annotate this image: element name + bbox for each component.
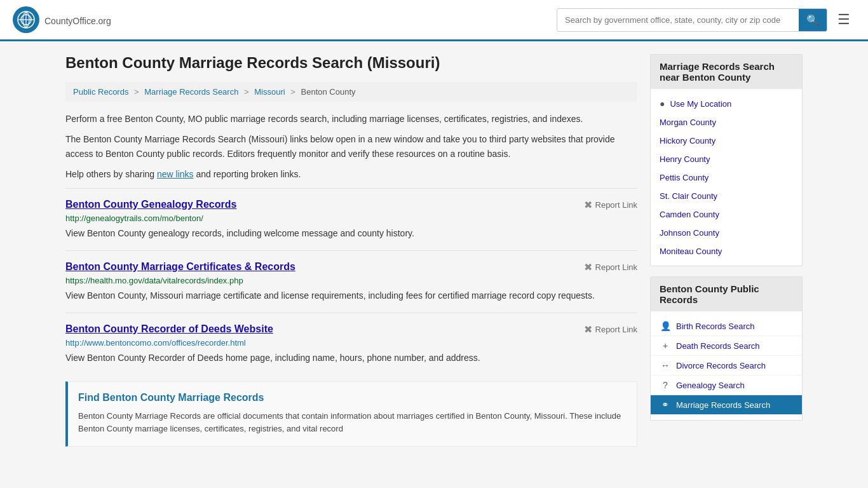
sidebar-item-camden[interactable]: Camden County [651,205,802,224]
search-input[interactable] [557,10,799,30]
report-icon-0: ✖ [584,199,592,211]
use-location-link[interactable]: Use My Location [670,99,731,109]
nearby-section-title: Marriage Records Search near Benton Coun… [651,55,802,89]
search-box: 🔍 [557,8,827,32]
logo-text: CountyOffice.org [44,13,111,27]
record-desc-0: View Benton County genealogy records, in… [65,227,637,240]
report-icon-2: ✖ [584,323,592,336]
breadcrumb-marriage-records-search[interactable]: Marriage Records Search [144,87,238,97]
pub-rec-divorce[interactable]: ↔ Divorce Records Search [651,356,802,376]
marriage-icon: ⚭ [660,400,671,410]
report-icon-1: ✖ [584,261,592,273]
report-link-2[interactable]: ✖ Report Link [584,323,637,336]
pub-rec-marriage[interactable]: ⚭ Marriage Records Search [651,395,802,415]
genealogy-icon: ? [660,380,671,390]
record-title-2[interactable]: Benton County Recorder of Deeds Website [65,323,273,335]
sidebar-item-morgan[interactable]: Morgan County [651,113,802,132]
pub-rec-birth[interactable]: 👤 Birth Records Search [651,316,802,336]
sidebar-item-hickory[interactable]: Hickory County [651,132,802,150]
pub-rec-death[interactable]: + Death Records Search [651,336,802,356]
search-button[interactable]: 🔍 [799,9,827,31]
sidebar-item-stclair[interactable]: St. Clair County [651,187,802,205]
record-url-1[interactable]: https://health.mo.gov/data/vitalrecords/… [65,276,637,285]
description-para2: The Benton County Marriage Records Searc… [65,132,637,161]
breadcrumb-missouri[interactable]: Missouri [254,87,285,97]
nearby-list: ● Use My Location Morgan County Hickory … [651,89,802,266]
pub-rec-genealogy[interactable]: ? Genealogy Search [651,376,802,395]
divorce-icon: ↔ [660,360,671,370]
breadcrumb-benton-county: Benton County [301,87,356,97]
record-title-1[interactable]: Benton County Marriage Certificates & Re… [65,261,295,273]
main-content: Benton County Marriage Records Search (M… [65,54,637,447]
record-url-0[interactable]: http://genealogytrails.com/mo/benton/ [65,214,637,223]
header: CountyOffice.org 🔍 ☰ [0,0,868,41]
breadcrumb-public-records[interactable]: Public Records [73,87,128,97]
record-list: Benton County Genealogy Records ✖ Report… [65,188,637,375]
record-desc-2: View Benton County Recorder of Deeds hom… [65,351,637,365]
sidebar-item-henry[interactable]: Henry County [651,150,802,168]
menu-button[interactable]: ☰ [832,9,855,30]
report-link-1[interactable]: ✖ Report Link [584,261,637,273]
record-title-0[interactable]: Benton County Genealogy Records [65,199,236,210]
new-links-link[interactable]: new links [157,169,194,179]
search-area: 🔍 ☰ [557,8,855,32]
logo-org: .org [96,16,111,26]
location-icon: ● [660,98,665,109]
description-para3: Help others by sharing new links and rep… [65,167,637,181]
record-url-2[interactable]: http://www.bentoncomo.com/offices/record… [65,338,637,348]
sidebar-item-johnson[interactable]: Johnson County [651,224,802,242]
record-card-0: Benton County Genealogy Records ✖ Report… [65,188,637,250]
breadcrumb: Public Records > Marriage Records Search… [65,82,637,102]
public-records-title: Benton County Public Records [651,277,802,311]
logo-area: CountyOffice.org [13,6,111,33]
record-card-1: Benton County Marriage Certificates & Re… [65,250,637,313]
birth-icon: 👤 [660,321,671,331]
description-para1: Perform a free Benton County, MO public … [65,112,637,126]
page-title: Benton County Marriage Records Search (M… [65,54,637,72]
public-records-list: 👤 Birth Records Search + Death Records S… [651,311,802,420]
record-desc-1: View Benton County, Missouri marriage ce… [65,289,637,302]
death-icon: + [660,341,671,351]
logo-icon [13,6,39,33]
nearby-section: Marriage Records Search near Benton Coun… [650,54,803,266]
use-my-location[interactable]: ● Use My Location [651,94,802,113]
find-title: Find Benton County Marriage Records [78,392,627,403]
page-container: Benton County Marriage Records Search (M… [53,41,815,459]
sidebar-item-moniteau[interactable]: Moniteau County [651,242,802,261]
sidebar: Marriage Records Search near Benton Coun… [650,54,803,447]
find-section: Find Benton County Marriage Records Bent… [65,381,637,447]
report-link-0[interactable]: ✖ Report Link [584,199,637,211]
record-card-2: Benton County Recorder of Deeds Website … [65,313,637,375]
public-records-section: Benton County Public Records 👤 Birth Rec… [650,276,803,421]
logo-name: CountyOffice [44,16,96,26]
sidebar-item-pettis[interactable]: Pettis County [651,168,802,187]
find-desc: Benton County Marriage Records are offic… [78,410,627,437]
